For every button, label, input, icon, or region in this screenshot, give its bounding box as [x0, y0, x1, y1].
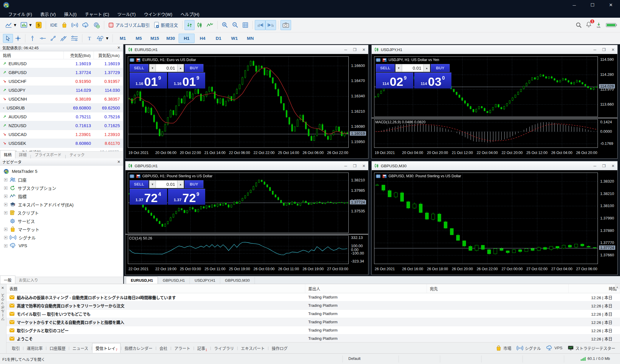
- market-watch-row[interactable]: ↘USDCHF0.919500.91957: [0, 77, 123, 86]
- inbox-message-row[interactable]: 組み込みの仮装ホスティング - 自動売買ロボットとシグナルは毎日24時間稼働して…: [6, 293, 620, 301]
- chart-maximize-button[interactable]: ❒: [353, 47, 356, 52]
- timeframe-h4[interactable]: H4: [195, 34, 211, 43]
- volume-decrease-button[interactable]: ▼: [395, 64, 402, 72]
- timeframe-m5[interactable]: M5: [131, 34, 147, 43]
- candle-mode-button[interactable]: [195, 20, 205, 30]
- market-watch-row[interactable]: ↘USDSEK8.608608.61170: [0, 139, 123, 148]
- zoom-in-button[interactable]: [220, 20, 230, 30]
- indicator-separator[interactable]: [372, 118, 617, 118]
- market-watch-row[interactable]: ↗USDJPY114.029114.030: [0, 86, 123, 95]
- buy-price-box[interactable]: 114030: [414, 73, 452, 88]
- toolbox-tab-6[interactable]: 会社: [156, 343, 170, 353]
- toolbox-column-0[interactable]: 表題: [6, 284, 305, 293]
- maximize-button[interactable]: ☐: [583, 0, 602, 10]
- toolbox-tab-3[interactable]: ニュース: [70, 343, 91, 353]
- chart-maximize-button[interactable]: ❒: [353, 164, 356, 168]
- toolbox-tab-9[interactable]: ライブラリ: [211, 343, 237, 353]
- chart-window-titlebar[interactable]: EURUSD,H1─❒✕: [125, 45, 368, 54]
- sell-button[interactable]: SELL: [376, 64, 395, 72]
- menu-item-H[interactable]: ヘルプ(H): [176, 10, 203, 18]
- channel-button[interactable]: [58, 34, 69, 43]
- chart-tab-usdjpy-h1[interactable]: USDJPY,H1: [190, 277, 220, 284]
- close-button[interactable]: ✕: [602, 0, 620, 10]
- expand-icon[interactable]: +: [4, 186, 7, 190]
- chart-close-button[interactable]: ✕: [611, 47, 615, 52]
- menu-item-F[interactable]: ファイル (F): [4, 10, 36, 18]
- close-icon[interactable]: ✕: [1, 286, 4, 290]
- close-icon[interactable]: ✕: [117, 45, 120, 50]
- chart-window-titlebar[interactable]: GBPUSD,H1─❒✕: [125, 161, 368, 170]
- market-watch-row[interactable]: ↘USDCAD1.239011.23910: [0, 130, 123, 139]
- volume-value[interactable]: 0.01: [156, 180, 177, 188]
- mw-column-1[interactable]: 売気配(Bid): [64, 51, 94, 59]
- chart-minimize-button[interactable]: ─: [593, 47, 596, 52]
- chart-close-button[interactable]: ✕: [611, 164, 615, 168]
- navigator-item-5[interactable]: サービス: [0, 217, 123, 225]
- panel-button-market-bag[interactable]: 市場: [496, 345, 511, 351]
- chart-tab-eurusd-h1[interactable]: EURUSD,H1: [126, 277, 158, 284]
- toolbox-tab-7[interactable]: アラート: [172, 343, 193, 353]
- chart-tab-gbpusd-h1[interactable]: GBPUSD,H1: [158, 277, 190, 284]
- navigator-item-4[interactable]: +スクリプト: [0, 209, 123, 217]
- inbox-message-row[interactable]: モバイル取引 — 取引をいつでもどこでもTrading Platform12:2…: [6, 310, 620, 318]
- new-order-button[interactable]: 新規注文: [152, 20, 180, 30]
- toolbox-tab-11[interactable]: 操作ログ: [269, 343, 291, 353]
- navigator-item-1[interactable]: +サブスクリプション: [0, 184, 123, 192]
- buy-price-box[interactable]: 1.37729: [168, 189, 205, 205]
- fibo-button[interactable]: [69, 34, 80, 43]
- chart-window-titlebar[interactable]: USDJPY,H1─❒✕: [372, 45, 617, 54]
- trendline-button[interactable]: [48, 34, 58, 43]
- vps-button[interactable]: VPS: [546, 345, 562, 351]
- expand-icon[interactable]: +: [4, 203, 7, 206]
- chart-close-button[interactable]: ✕: [362, 47, 366, 52]
- sell-button[interactable]: SELL: [130, 180, 149, 188]
- market-watch-row[interactable]: ↗GBPUSD1.377241.37729: [0, 68, 123, 77]
- toolbox-tab-10[interactable]: エキスパート: [238, 343, 268, 353]
- new-chart-button[interactable]: ▾: [18, 20, 34, 30]
- market-watch-tab-1[interactable]: 詳細: [15, 151, 30, 158]
- cloud-hosting-button[interactable]: [80, 20, 91, 30]
- buy-button[interactable]: BUY: [431, 64, 450, 72]
- expand-icon[interactable]: +: [4, 211, 7, 214]
- menu-item-W[interactable]: ウインドウ(W): [140, 10, 177, 18]
- shapes-button[interactable]: ▾: [94, 34, 110, 43]
- mw-column-0[interactable]: 銘柄: [0, 51, 64, 59]
- expand-icon[interactable]: +: [4, 244, 7, 247]
- market-watch-tab-0[interactable]: 銘柄: [0, 150, 15, 158]
- chart-minimize-button[interactable]: ─: [593, 164, 596, 168]
- timeframe-w1[interactable]: W1: [226, 34, 242, 43]
- scrollbar[interactable]: ▲: [615, 285, 619, 341]
- expand-icon[interactable]: +: [4, 178, 7, 181]
- inbox-message-row[interactable]: ようこそTrading Platform12:26 | 本日: [6, 335, 620, 343]
- menu-item-V[interactable]: 表示 (V): [36, 10, 60, 18]
- text-button[interactable]: T: [84, 34, 94, 43]
- chart-tab-gbpusd-m30[interactable]: GBPUSD,M30: [220, 277, 255, 284]
- auto-scroll-button[interactable]: [255, 20, 265, 30]
- timeframe-m15[interactable]: M15: [147, 34, 163, 43]
- zoom-out-button[interactable]: [230, 20, 240, 30]
- volume-value[interactable]: 0.01: [156, 64, 177, 72]
- screenshot-button[interactable]: [280, 20, 291, 30]
- menu-item-T[interactable]: ツール(T): [113, 10, 140, 18]
- toolbox-column-2[interactable]: 宛先: [427, 284, 569, 293]
- community-button[interactable]: [91, 20, 102, 30]
- expand-icon[interactable]: +: [4, 236, 7, 239]
- chart-minimize-button[interactable]: ─: [344, 164, 347, 168]
- menu-item-C[interactable]: チャート (C): [81, 10, 113, 18]
- inbox-message-row[interactable]: 取引シグナルと取引のコピーTrading Platform12:26 | 本日: [6, 326, 620, 335]
- market-watch-row[interactable]: ↗EURUSD1.160191.16019: [0, 59, 123, 68]
- volume-increase-button[interactable]: ▲: [423, 64, 430, 72]
- chart-maximize-button[interactable]: ❒: [602, 164, 606, 168]
- toolbox-tab-5[interactable]: 指標カレンダー: [122, 343, 156, 353]
- volume-increase-button[interactable]: ▲: [177, 64, 184, 72]
- vertical-line-button[interactable]: [27, 34, 37, 43]
- navigator-item-8[interactable]: +VPS: [0, 242, 123, 250]
- navigator-tab-1[interactable]: お気に入り: [15, 276, 42, 284]
- market-watch-tab-3[interactable]: ティック: [66, 151, 88, 158]
- toolbox-tab-1[interactable]: 運用比率: [24, 343, 46, 353]
- chart-close-button[interactable]: ✕: [362, 164, 366, 168]
- toolbox-tab-2[interactable]: 口座履歴: [47, 343, 68, 353]
- minimize-button[interactable]: ─: [565, 0, 583, 10]
- navigator-item-7[interactable]: +シグナル: [0, 233, 123, 242]
- panel-button-broadcast[interactable]: シグナル: [517, 345, 541, 351]
